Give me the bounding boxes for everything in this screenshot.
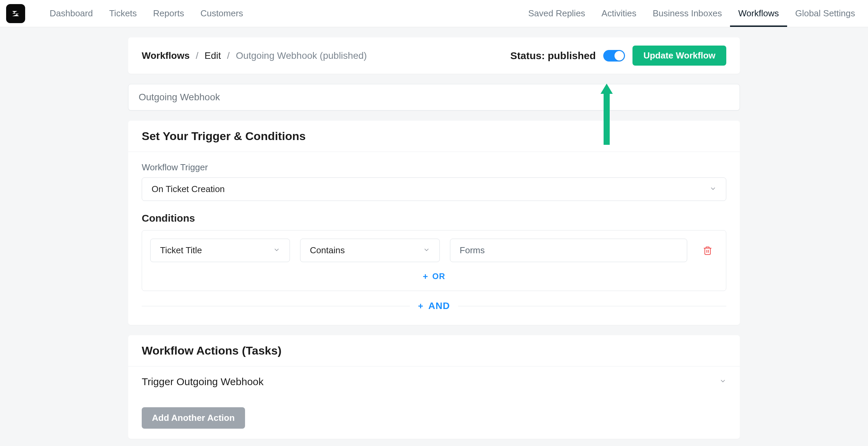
trigger-select[interactable]: On Ticket Creation [142, 177, 726, 201]
chevron-down-icon [273, 245, 280, 256]
nav-business-inboxes[interactable]: Business Inboxes [644, 0, 730, 27]
nav-global-settings[interactable]: Global Settings [787, 0, 863, 27]
top-nav-left: Dashboard Tickets Reports Customers [6, 0, 251, 27]
trash-icon [703, 246, 712, 255]
condition-field-select[interactable]: Ticket Title [150, 239, 290, 262]
trigger-section: Set Your Trigger & Conditions Workflow T… [128, 121, 740, 325]
nav-saved-replies[interactable]: Saved Replies [520, 0, 593, 27]
toggle-knob [614, 51, 624, 61]
logo-icon [11, 8, 21, 19]
breadcrumb: Workflows / Edit / Outgoing Webhook (pub… [142, 50, 367, 61]
condition-value-input[interactable] [450, 239, 687, 262]
plus-icon: + [423, 272, 428, 281]
breadcrumb-root[interactable]: Workflows [142, 50, 190, 61]
nav-dashboard[interactable]: Dashboard [41, 0, 101, 27]
app-logo-icon[interactable] [6, 4, 25, 23]
chevron-down-icon [719, 377, 726, 387]
chevron-down-icon [423, 245, 430, 256]
plus-icon: + [418, 302, 423, 310]
condition-group: Ticket Title Contains [142, 230, 726, 291]
trigger-section-body: Workflow Trigger On Ticket Creation Cond… [128, 152, 740, 325]
action-item[interactable]: Trigger Outgoing Webhook [128, 366, 740, 397]
actions-section: Workflow Actions (Tasks) Trigger Outgoin… [128, 335, 740, 439]
breadcrumb-current: Outgoing Webhook (published) [236, 50, 367, 61]
add-another-action-button[interactable]: Add Another Action [142, 407, 245, 429]
breadcrumb-sep: / [227, 50, 230, 61]
actions-section-title: Workflow Actions (Tasks) [142, 344, 726, 357]
nav-activities[interactable]: Activities [593, 0, 645, 27]
and-label: AND [428, 301, 450, 311]
nav-customers[interactable]: Customers [192, 0, 251, 27]
chevron-down-icon [710, 184, 716, 194]
header-bar: Workflows / Edit / Outgoing Webhook (pub… [128, 37, 740, 74]
trigger-select-value: On Ticket Creation [152, 184, 225, 194]
trigger-label: Workflow Trigger [142, 162, 726, 173]
workflow-name-input[interactable] [128, 84, 740, 110]
condition-operator-value: Contains [310, 245, 345, 256]
breadcrumb-sep: / [196, 50, 198, 61]
conditions-label: Conditions [142, 212, 726, 224]
condition-row: Ticket Title Contains [150, 239, 718, 262]
nav-workflows[interactable]: Workflows [730, 0, 787, 27]
add-and-condition-button[interactable]: + AND [142, 301, 726, 311]
trigger-section-head: Set Your Trigger & Conditions [128, 121, 740, 152]
condition-operator-select[interactable]: Contains [300, 239, 440, 262]
top-nav: Dashboard Tickets Reports Customers Save… [0, 0, 868, 27]
status-label: Status: published [510, 50, 596, 62]
or-label: OR [432, 272, 445, 281]
top-nav-right: Saved Replies Activities Business Inboxe… [520, 0, 863, 27]
condition-field-value: Ticket Title [160, 245, 202, 256]
action-item-label: Trigger Outgoing Webhook [142, 376, 264, 388]
page: Workflows / Edit / Outgoing Webhook (pub… [128, 27, 740, 446]
nav-reports[interactable]: Reports [145, 0, 192, 27]
update-workflow-button[interactable]: Update Workflow [632, 46, 726, 66]
nav-tickets[interactable]: Tickets [101, 0, 145, 27]
actions-section-head: Workflow Actions (Tasks) [128, 335, 740, 366]
delete-condition-button[interactable] [697, 246, 718, 255]
header-right: Status: published Update Workflow [510, 46, 726, 66]
publish-toggle[interactable] [603, 50, 625, 62]
breadcrumb-edit[interactable]: Edit [205, 50, 221, 61]
trigger-section-title: Set Your Trigger & Conditions [142, 130, 726, 143]
add-or-condition-button[interactable]: + OR [150, 262, 718, 291]
